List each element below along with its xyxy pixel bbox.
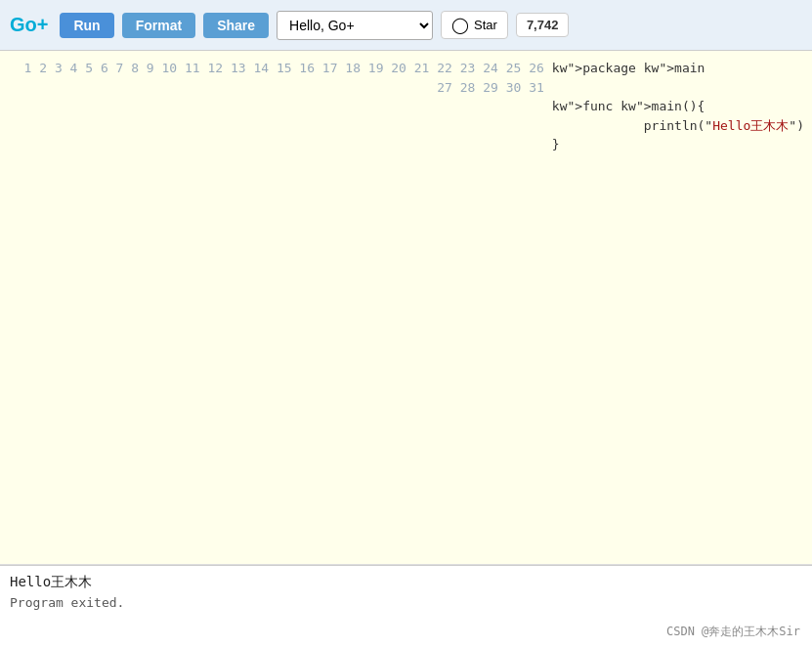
run-button[interactable]: Run <box>60 13 113 38</box>
line-numbers: 1 2 3 4 5 6 7 8 9 10 11 12 13 14 15 16 1… <box>0 51 548 564</box>
code-editor: 1 2 3 4 5 6 7 8 9 10 11 12 13 14 15 16 1… <box>0 51 812 565</box>
code-area[interactable]: kw">package kw">main kw">func kw">main()… <box>548 51 812 564</box>
watermark: CSDN @奔走的王木木Sir <box>666 624 800 640</box>
share-button[interactable]: Share <box>203 13 269 38</box>
github-star-button[interactable]: ◯ Star <box>441 11 508 39</box>
toolbar: Go+ Run Format Share Hello, Go+ Fibonacc… <box>0 0 812 51</box>
app-logo: Go+ <box>10 14 48 36</box>
output-panel: Hello王木木 Program exited. CSDN @奔走的王木木Sir <box>0 565 812 648</box>
format-button[interactable]: Format <box>122 13 195 38</box>
program-status: Program exited. <box>10 595 802 610</box>
github-icon: ◯ <box>451 16 469 34</box>
output-text: Hello王木木 <box>10 574 802 591</box>
snippet-select[interactable]: Hello, Go+ Fibonacci Hello, World <box>277 11 433 40</box>
star-label: Star <box>474 18 497 32</box>
star-count: 7,742 <box>516 13 570 37</box>
